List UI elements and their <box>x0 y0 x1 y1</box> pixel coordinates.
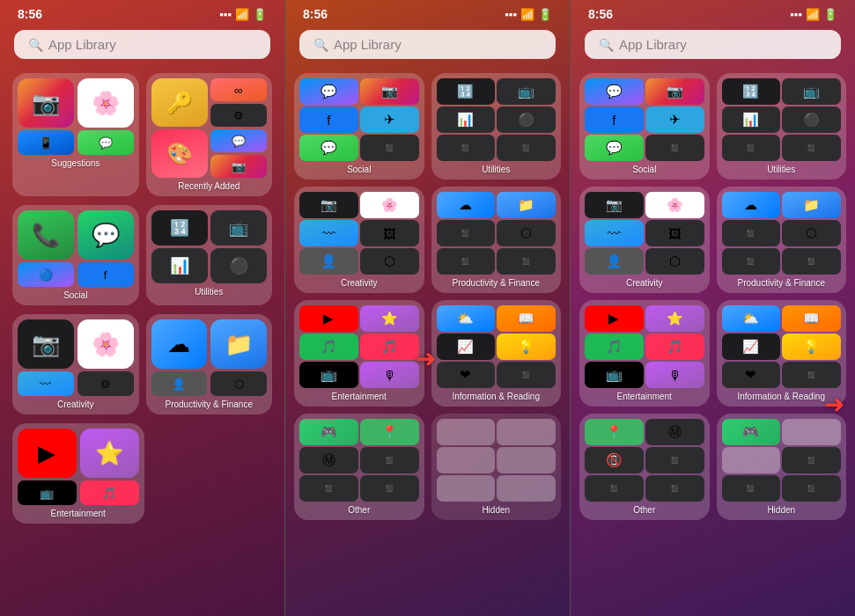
creativity-folder-p1[interactable]: 📷 🌸 〰 ⚙ Creativity <box>12 314 139 414</box>
logo2-p3: ◾ <box>645 447 704 473</box>
productivity-bottom: 👤 ⬡ <box>151 371 268 396</box>
recent-instagram: 📷 <box>210 155 267 178</box>
more1-p2: ◾ <box>437 220 496 246</box>
search-bar-3[interactable]: 🔍 App Library <box>585 30 841 59</box>
signal-icon-2: ▪▪▪ <box>505 8 517 21</box>
productivity-folder-p2[interactable]: ☁ 📁 ◾ ⬡ ◾ ◾ Productivity & Finance <box>431 187 562 293</box>
inforeading-folder-p2[interactable]: ➜ ⛅ 📖 📈 💡 ❤ ◾ Information & Reading <box>431 300 562 407</box>
search-icon-1: 🔍 <box>28 38 43 52</box>
social-folder-p1[interactable]: 📞 💬 🔵 f Social <box>12 205 139 305</box>
tips-p3: 💡 <box>782 334 841 360</box>
hidden2-p2 <box>497 419 556 445</box>
signal-icon-3: ▪▪▪ <box>790 8 802 21</box>
hidden5-p2 <box>437 475 496 502</box>
utilities-folder-p3[interactable]: 🔢 📺 📊 ⚫ ◾ ◾ Utilities <box>717 73 847 180</box>
other-folder-p3[interactable]: 📍 Ⓜ 📵 ◾ ◾ ◾ Other <box>579 414 710 520</box>
hidden5-p3: ◾ <box>782 475 841 502</box>
red-arrow-p2: ➜ <box>416 344 436 373</box>
music-p2: 🎵 <box>360 334 419 360</box>
music-icon: 🎵 <box>80 480 139 505</box>
entertainment-label-p3: Entertainment <box>617 392 672 401</box>
search-bar-1[interactable]: 🔍 App Library <box>14 30 270 59</box>
screencap-p2: 🖼 <box>360 220 419 246</box>
photos-icon: 🌸 <box>77 78 134 128</box>
chatgpt-p2: ⬡ <box>360 248 419 275</box>
freeform-icon: 〰 <box>18 371 74 396</box>
row-2-p3: 📷 🌸 〰 🖼 👤 ⬡ Creativity ☁ 📁 ◾ ⬡ ◾ ◾ Produ… <box>571 183 855 297</box>
entertainment-folder-p3[interactable]: ▶ ⭐ 🎵 🎵 📺 🎙 Entertainment <box>579 300 710 407</box>
other-folder-p2[interactable]: 🎮 📍 Ⓜ ◾ ◾ ◾ Other <box>294 414 424 520</box>
entertainment-grid-p2: ▶ ⭐ 🎵 🎵 📺 🎙 <box>299 305 419 388</box>
search-bar-2[interactable]: 🔍 App Library <box>299 30 556 59</box>
other-grid-p3: 📍 Ⓜ 📵 ◾ ◾ ◾ <box>585 419 704 502</box>
panel-1: 8:56 ▪▪▪ 📶 🔋 🔍 App Library 📷 🌸 📱 💬 Sugge… <box>0 0 284 616</box>
youtube-icon: ▶ <box>18 429 77 478</box>
social-folder-p2[interactable]: 💬 📷 f ✈ 💬 ◾ Social <box>294 73 424 180</box>
youtube-p3: ▶ <box>585 305 644 332</box>
more2-p3: ⬡ <box>782 220 841 246</box>
freeform-p2: 〰 <box>299 220 358 246</box>
productivity-grid-p3: ☁ 📁 ◾ ⬡ ◾ ◾ <box>722 192 842 275</box>
appstore-icon: 📱 <box>18 130 74 155</box>
messenger-p2: 💬 <box>299 78 358 105</box>
more3-p3: ◾ <box>722 248 781 275</box>
recently-added-label: Recently Added <box>178 181 240 191</box>
hidden-folder-p3[interactable]: 🎮 ◾ ◾ ◾ Hidden <box>717 414 847 520</box>
rewind-icon: ⭐ <box>80 429 139 478</box>
recently-small-col: ∞ ⚙ <box>210 78 267 127</box>
tips-p2: 💡 <box>497 334 556 360</box>
suggestions-folder[interactable]: 📷 🌸 📱 💬 Suggestions <box>12 73 139 196</box>
infinity-icon: ∞ <box>210 78 267 101</box>
productivity-label-p2: Productivity & Finance <box>453 278 541 288</box>
barcode-p3: 📊 <box>722 106 781 133</box>
health-p3: ❤ <box>722 362 781 388</box>
entertainment-folder-p1[interactable]: ▶ ⭐ 📺 🎵 Entertainment <box>12 423 144 524</box>
productivity-top: ☁ 📁 <box>151 319 268 369</box>
keys-icon: 🔑 <box>151 78 208 127</box>
hidden-grid-p2 <box>437 419 556 502</box>
podcasts-p3: 🎙 <box>645 362 704 388</box>
time-2: 8:56 <box>303 7 328 21</box>
row-4-p3: 📍 Ⓜ 📵 ◾ ◾ ◾ Other 🎮 ◾ ◾ ◾ Hidden <box>571 410 855 524</box>
entertainment-top: ▶ ⭐ <box>18 429 139 478</box>
facebook-p2: f <box>299 106 358 133</box>
entertainment-folder-p2[interactable]: ▶ ⭐ 🎵 🎵 📺 🎙 Entertainment <box>294 300 424 407</box>
wifi-icon-3: 📶 <box>806 8 820 21</box>
hidden-label-p2: Hidden <box>482 505 510 515</box>
files-p2: 📁 <box>497 192 556 218</box>
camera-p3: 📷 <box>585 192 644 218</box>
calc-p2: 🔢 <box>437 78 496 105</box>
extra2-p3: ◾ <box>782 135 841 161</box>
recent-messenger: 💬 <box>210 129 267 152</box>
utilities-folder-p1[interactable]: 🔢 📺 📊 ⚫ Utilities <box>146 205 273 305</box>
search-placeholder-2: App Library <box>334 37 402 52</box>
calculator-icon: 🔢 <box>151 210 208 246</box>
hidden-folder-p2[interactable]: Hidden <box>431 414 562 520</box>
creativity-folder-p2[interactable]: 📷 🌸 〰 🖼 👤 ⬡ Creativity <box>294 187 424 293</box>
row-creativity-productivity: 📷 🌸 〰 ⚙ Creativity ☁ 📁 👤 ⬡ Productivity … <box>0 311 284 418</box>
chatgpt-p3: ⬡ <box>645 248 704 275</box>
social-folder-p3[interactable]: 💬 📷 f ✈ 💬 ◾ Social <box>579 73 710 180</box>
recently-added-folder[interactable]: 🔑 ∞ ⚙ 🎨 💬 📷 Recently Added <box>146 73 273 196</box>
camera-icon: 📷 <box>18 319 74 369</box>
row-2-p2: 📷 🌸 〰 🖼 👤 ⬡ Creativity ☁ 📁 ◾ ⬡ ◾ ◾ Produ… <box>285 183 570 297</box>
suggestions-top-row: 📷 🌸 <box>18 78 134 128</box>
hidden-grid-p3: 🎮 ◾ ◾ ◾ <box>722 419 842 502</box>
utilities-folder-p2[interactable]: 🔢 📺 📊 ⚫ ◾ ◾ Utilities <box>431 73 562 180</box>
status-icons-1: ▪▪▪ 📶 🔋 <box>219 8 267 21</box>
freeform-p3: 〰 <box>585 220 644 246</box>
apptv-icon: 📺 <box>18 480 77 505</box>
logo1-p2: Ⓜ <box>299 447 358 473</box>
creativity-folder-p3[interactable]: 📷 🌸 〰 🖼 👤 ⬡ Creativity <box>579 187 710 293</box>
dark-icon: ⚙ <box>210 104 267 127</box>
row-social-utilities: 📞 💬 🔵 f Social 🔢 📺 📊 ⚫ Utilities <box>0 202 284 309</box>
logo4-p3: ◾ <box>645 475 704 502</box>
spotify-p3: 🎵 <box>585 334 644 360</box>
books-p2: 📖 <box>497 305 556 332</box>
productivity-folder-p1[interactable]: ☁ 📁 👤 ⬡ Productivity & Finance <box>146 314 273 414</box>
star-p2: ⭐ <box>360 305 419 332</box>
other-grid-p2: 🎮 📍 Ⓜ ◾ ◾ ◾ <box>299 419 419 502</box>
productivity-folder-p3[interactable]: ☁ 📁 ◾ ⬡ ◾ ◾ Productivity & Finance <box>717 187 847 293</box>
drive-p2: ☁ <box>437 192 496 218</box>
utilities-label-p1: Utilities <box>195 287 223 297</box>
